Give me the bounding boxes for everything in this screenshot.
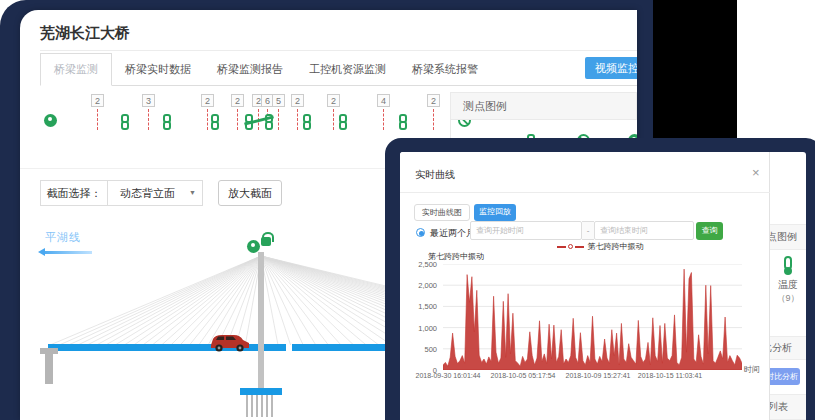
realtime-curve-dialog: 实时曲线 × 实时曲线图 监控回放 最近两个月 - 查询 第七跨跨中振动 第七跨… bbox=[400, 152, 770, 420]
tab-桥梁监测[interactable]: 桥梁监测 bbox=[40, 53, 112, 86]
bridge-tower bbox=[258, 252, 264, 390]
sensor-count-badge: 2 bbox=[427, 94, 440, 107]
sensor-connector-line bbox=[278, 109, 279, 130]
range-radio[interactable] bbox=[416, 228, 425, 237]
x-axis-tick-labels: 2018-09-30 16:01:442018-10-05 05:17:5420… bbox=[443, 372, 742, 384]
abutment-pier-stem bbox=[45, 354, 53, 384]
divider bbox=[40, 50, 637, 51]
temperature-label: 温度 bbox=[770, 278, 806, 292]
sensor-count-badge: 2 bbox=[231, 94, 244, 107]
bridge-deck-segment bbox=[264, 344, 286, 351]
gauge-icon[interactable] bbox=[247, 240, 260, 253]
tab-monitor-playback[interactable]: 监控回放 bbox=[474, 204, 516, 221]
expansion-joint-icon[interactable] bbox=[244, 114, 274, 130]
tab-桥梁实时数据[interactable]: 桥梁实时数据 bbox=[112, 54, 204, 85]
dialog-title: 实时曲线 bbox=[415, 168, 455, 182]
enlarge-section-button[interactable]: 放大截面 bbox=[218, 180, 282, 206]
query-end-time-input[interactable] bbox=[594, 221, 694, 240]
background-gap bbox=[653, 0, 737, 139]
y-axis-tick-label: 1,500 bbox=[406, 302, 437, 311]
query-button[interactable]: 查询 bbox=[696, 222, 723, 240]
sensor-count-badge: 5 bbox=[272, 94, 285, 107]
sensor-connector-line bbox=[237, 109, 238, 130]
vehicle-on-bridge bbox=[208, 326, 252, 358]
background-window bbox=[737, 0, 815, 150]
sensor-connector-line bbox=[207, 109, 208, 130]
sensor-count-badge: 2 bbox=[91, 94, 104, 107]
y-axis-tick-label: 2,000 bbox=[406, 281, 437, 290]
page-title: 芜湖长江大桥 bbox=[40, 24, 130, 43]
sensor-count-badge: 2 bbox=[201, 94, 214, 107]
sensor-count-badge: 2 bbox=[327, 94, 340, 107]
cable-line bbox=[261, 256, 391, 345]
temperature-legend-item[interactable]: 温度 （9） bbox=[770, 256, 806, 305]
legend-marker-circle bbox=[568, 244, 573, 249]
cable-line bbox=[261, 256, 379, 345]
tab-工控机资源监测[interactable]: 工控机资源监测 bbox=[296, 54, 399, 85]
main-tabbar: 桥梁监测桥梁实时数据桥梁监测报告工控机资源监测桥梁系统报警 bbox=[40, 55, 637, 86]
screen: { "main_window": { "title": "芜湖长江大桥", "t… bbox=[0, 0, 815, 420]
range-radio-label: 最近两个月 bbox=[430, 227, 475, 240]
tab-realtime-curve[interactable]: 实时曲线图 bbox=[414, 204, 470, 221]
chevron-down-icon: ▼ bbox=[189, 181, 196, 205]
y-axis-tick-label: 500 bbox=[406, 345, 437, 354]
gauge-icon[interactable] bbox=[44, 114, 57, 127]
sensor-connector-line bbox=[97, 109, 98, 130]
section-select-label: 截面选择： bbox=[40, 180, 108, 206]
tab-桥梁监测报告[interactable]: 桥梁监测报告 bbox=[204, 54, 296, 85]
legend-marker-line bbox=[557, 246, 566, 248]
x-axis-tick-label: 2018-10-05 05:17:54 bbox=[483, 372, 563, 379]
y-axis-tick-label: 2,500 bbox=[406, 260, 437, 269]
section-select-bar: 截面选择： 动态背立面 ▼ 放大截面 bbox=[40, 180, 340, 206]
legend-marker-line bbox=[575, 246, 584, 248]
x-axis-tick-label: 2018-10-15 11:03:41 bbox=[630, 372, 710, 379]
sensor-connector-line bbox=[433, 109, 434, 130]
y-axis-tick-labels: 05001,0001,5002,0002,500 bbox=[406, 264, 440, 370]
sensor-count-badge: 3 bbox=[142, 94, 155, 107]
divider bbox=[400, 192, 770, 193]
vibration-chart bbox=[443, 264, 742, 370]
link-icon[interactable] bbox=[162, 114, 172, 130]
query-start-time-input[interactable] bbox=[470, 221, 582, 240]
link-icon[interactable] bbox=[120, 114, 130, 130]
x-axis-name: 时间 bbox=[744, 364, 760, 375]
x-axis-tick-label: 2018-10-09 15:27:41 bbox=[558, 372, 638, 379]
link-icon[interactable] bbox=[338, 114, 348, 130]
close-icon[interactable]: × bbox=[752, 165, 760, 180]
sensor-connector-line bbox=[333, 109, 334, 130]
thermometer-icon bbox=[784, 256, 792, 270]
link-icon[interactable] bbox=[210, 114, 220, 130]
range-separator: - bbox=[582, 221, 594, 240]
section-select-value: 动态背立面 bbox=[120, 181, 175, 205]
measure-point-legend-header: 测点图例 bbox=[450, 92, 637, 120]
link-icon[interactable] bbox=[302, 114, 312, 130]
sensor-connector-line bbox=[297, 109, 298, 130]
x-axis-tick-label: 2018-09-30 16:01:44 bbox=[408, 372, 488, 379]
section-select-dropdown[interactable]: 动态背立面 ▼ bbox=[107, 180, 203, 206]
sensor-connector-line bbox=[383, 109, 384, 130]
temperature-count: （9） bbox=[770, 292, 806, 305]
video-monitor-button[interactable]: 视频监控 bbox=[585, 57, 637, 79]
tower-foundation-piles bbox=[246, 395, 276, 417]
legend-series-label: 第七跨跨中振动 bbox=[588, 241, 644, 252]
chart-legend[interactable]: 第七跨跨中振动 bbox=[490, 241, 710, 252]
tab-桥梁系统报警[interactable]: 桥梁系统报警 bbox=[399, 54, 491, 85]
y-axis-tick-label: 1,000 bbox=[406, 324, 437, 333]
link-icon[interactable] bbox=[398, 114, 408, 130]
tower-foundation-cap bbox=[240, 388, 282, 395]
sensor-count-badge: 4 bbox=[377, 94, 390, 107]
sensor-count-badge: 2 bbox=[291, 94, 304, 107]
overlay-window: 测点图例 温度 （9） 对比分析 对比分析 测点列表 实时曲线 × 实时曲线图 … bbox=[400, 152, 806, 420]
lock-icon[interactable] bbox=[261, 237, 271, 246]
sensor-connector-line bbox=[148, 109, 149, 130]
vibration-series bbox=[443, 269, 742, 370]
